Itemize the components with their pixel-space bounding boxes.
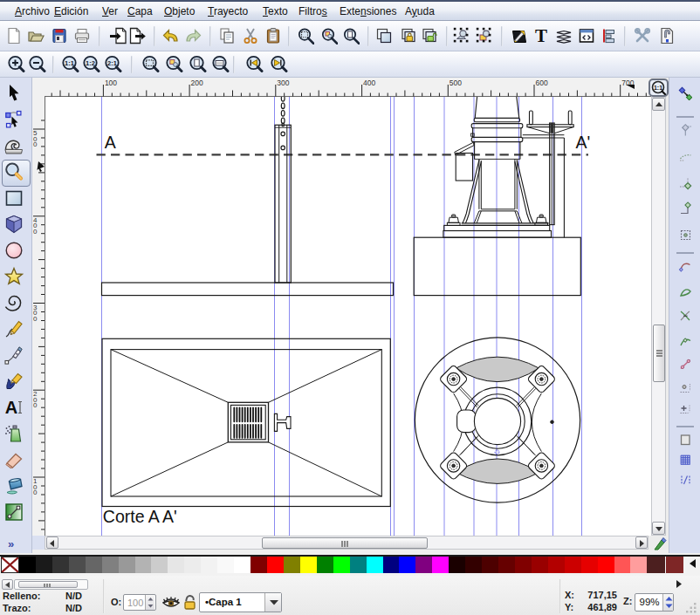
svg-text:0: 0 — [33, 489, 38, 496]
svg-text:500: 500 — [450, 79, 462, 87]
svg-text:2:1: 2:1 — [107, 59, 117, 67]
svg-text:A': A' — [576, 133, 591, 152]
svg-text:A: A — [5, 398, 17, 417]
svg-text:300: 300 — [277, 79, 289, 87]
svg-text:0: 0 — [33, 228, 38, 236]
svg-text:200: 200 — [191, 79, 203, 87]
svg-text:0: 0 — [33, 140, 38, 148]
svg-text:A: A — [105, 133, 116, 152]
svg-text:600: 600 — [536, 79, 548, 87]
svg-text:1:2: 1:2 — [86, 59, 95, 67]
svg-text:Corte A A': Corte A A' — [103, 507, 177, 526]
svg-text:100: 100 — [105, 79, 117, 87]
svg-text:1:1: 1:1 — [65, 59, 74, 67]
svg-text:0: 0 — [33, 401, 38, 409]
svg-text:0: 0 — [33, 315, 38, 323]
svg-text:T: T — [534, 27, 546, 44]
svg-text:1:1: 1:1 — [654, 85, 662, 91]
svg-text:400: 400 — [363, 79, 375, 87]
